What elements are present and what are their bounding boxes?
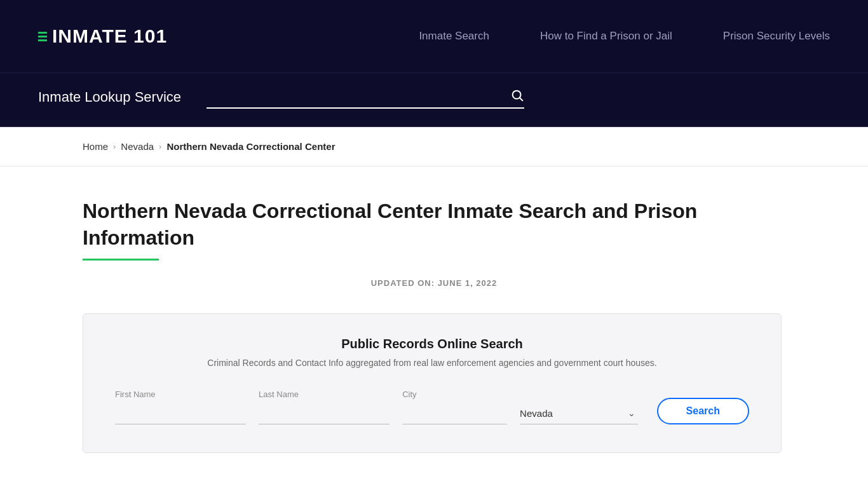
search-icon[interactable]	[510, 88, 524, 106]
search-button[interactable]: Search	[657, 398, 749, 424]
nav-how-to-find[interactable]: How to Find a Prison or Jail	[540, 30, 672, 43]
nav-links: Inmate Search How to Find a Prison or Ja…	[419, 30, 830, 43]
breadcrumb-state[interactable]: Nevada	[121, 141, 154, 152]
first-name-label: First Name	[115, 390, 246, 399]
logo-text: INMATE 101	[52, 25, 167, 47]
breadcrumb-section: Home › Nevada › Northern Nevada Correcti…	[0, 127, 868, 166]
title-underline	[83, 259, 159, 261]
search-card: Public Records Online Search Criminal Re…	[83, 313, 782, 453]
top-navigation: INMATE 101 Inmate Search How to Find a P…	[0, 0, 868, 73]
breadcrumb-chevron-2: ›	[159, 142, 161, 151]
search-input-top[interactable]	[207, 86, 524, 109]
city-label: City	[402, 390, 507, 399]
breadcrumb-current: Northern Nevada Correctional Center	[166, 141, 335, 152]
city-field: City	[402, 390, 507, 424]
breadcrumb-chevron-1: ›	[113, 142, 116, 151]
state-select[interactable]: NevadaAlabamaAlaskaArizonaArkansasCalifo…	[520, 403, 638, 424]
search-section-title: Inmate Lookup Service	[38, 89, 181, 105]
nav-prison-security[interactable]: Prison Security Levels	[723, 30, 830, 43]
main-content: Northern Nevada Correctional Center Inma…	[0, 166, 868, 478]
state-select-container: NevadaAlabamaAlaskaArizonaArkansasCalifo…	[520, 403, 638, 424]
first-name-input[interactable]	[115, 403, 246, 424]
svg-line-1	[520, 98, 522, 100]
search-form: First Name Last Name City NevadaAlabamaA…	[115, 390, 749, 424]
last-name-field: Last Name	[259, 390, 390, 424]
card-subtitle: Criminal Records and Contact Info aggreg…	[115, 358, 749, 368]
breadcrumb-home[interactable]: Home	[83, 141, 108, 152]
updated-date: UPDATED ON: JUNE 1, 2022	[83, 278, 785, 288]
breadcrumb: Home › Nevada › Northern Nevada Correcti…	[83, 141, 785, 152]
search-bar-container	[207, 86, 524, 109]
first-name-field: First Name	[115, 390, 246, 424]
city-input[interactable]	[402, 403, 507, 424]
last-name-label: Last Name	[259, 390, 390, 399]
state-field: NevadaAlabamaAlaskaArizonaArkansasCalifo…	[520, 390, 638, 424]
card-title: Public Records Online Search	[115, 337, 749, 351]
search-section: Inmate Lookup Service	[0, 73, 868, 127]
logo-bars-icon	[38, 32, 47, 41]
nav-inmate-search[interactable]: Inmate Search	[419, 30, 489, 43]
state-label	[520, 390, 638, 399]
last-name-input[interactable]	[259, 403, 390, 424]
page-title: Northern Nevada Correctional Center Inma…	[83, 198, 785, 251]
logo[interactable]: INMATE 101	[38, 25, 167, 47]
